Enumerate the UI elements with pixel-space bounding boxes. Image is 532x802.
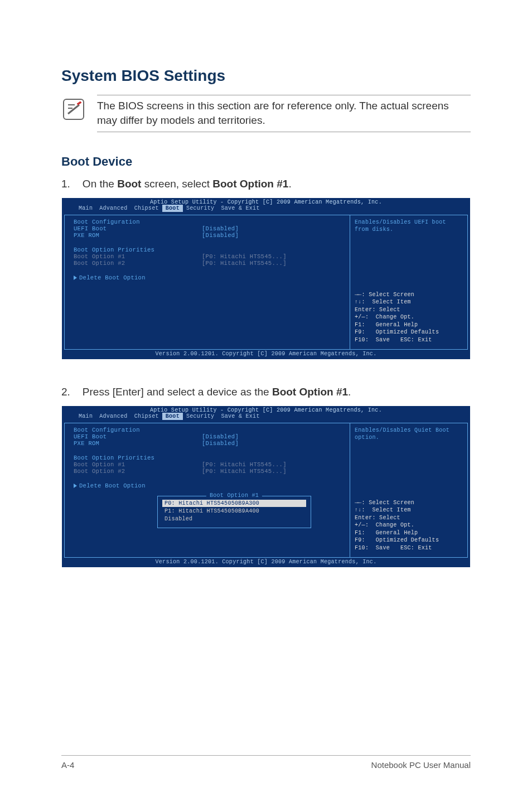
bios-help-text: Enables/Disables UEFI boot from disks. <box>355 219 463 233</box>
boot-opt1-label[interactable]: Boot Option #1 <box>74 253 202 260</box>
triangle-icon <box>74 276 77 280</box>
tab-advanced[interactable]: Advanced <box>96 413 130 420</box>
bios-screenshot-2: Aptio Setup Utility - Copyright [C] 2009… <box>62 406 470 567</box>
bios-help-text: Enables/Disables Quiet Boot option. <box>355 427 463 441</box>
tab-save-exit[interactable]: Save & Exit <box>217 413 263 420</box>
manual-title: Notebook PC User Manual <box>371 760 471 770</box>
pxe-rom-value: [Disabled] <box>202 440 239 447</box>
bios-footer: Version 2.00.1201. Copyright [C] 2009 Am… <box>62 350 470 359</box>
step-text: Press [Enter] and select a device as the… <box>83 386 351 398</box>
step-number: 1. <box>61 178 70 190</box>
bios-screenshot-1: Aptio Setup Utility - Copyright [C] 2009… <box>62 198 470 359</box>
tab-boot[interactable]: Boot <box>162 413 183 420</box>
boot-config-heading: Boot Configuration <box>74 427 202 433</box>
delete-boot-option[interactable]: Delete Boot Option <box>74 482 345 489</box>
delete-boot-option[interactable]: Delete Boot Option <box>74 274 345 281</box>
boot-prio-heading: Boot Option Priorities <box>74 247 202 253</box>
uefi-boot-label[interactable]: UEFI Boot <box>74 225 202 232</box>
boot-opt2-value: [P0: Hitachi HTS545...] <box>202 468 287 475</box>
note-text: The BIOS screens in this section are for… <box>97 95 471 132</box>
tab-chipset[interactable]: Chipset <box>131 413 162 420</box>
page-number: A-4 <box>61 760 74 770</box>
popup-title: Boot Option #1 <box>206 492 262 499</box>
bios-key-help: →←: Select Screen ↑↓: Select Item Enter:… <box>355 291 463 344</box>
boot-option-popup: Boot Option #1 P0: Hitachi HTS545050B9A3… <box>157 496 311 528</box>
bios-footer: Version 2.00.1201. Copyright [C] 2009 Am… <box>62 558 470 567</box>
pxe-rom-label[interactable]: PXE ROM <box>74 440 202 447</box>
bios-key-help: →←: Select Screen ↑↓: Select Item Enter:… <box>355 499 463 552</box>
boot-opt1-value: [P0: Hitachi HTS545...] <box>202 253 287 260</box>
boot-opt1-value: [P0: Hitachi HTS545...] <box>202 461 287 468</box>
tab-save-exit[interactable]: Save & Exit <box>217 205 263 212</box>
step-text: On the Boot screen, select Boot Option #… <box>83 178 292 190</box>
triangle-icon <box>74 484 77 488</box>
uefi-boot-value: [Disabled] <box>202 433 239 440</box>
boot-opt2-label[interactable]: Boot Option #2 <box>74 260 202 267</box>
sub-heading: Boot Device <box>61 154 471 169</box>
note-callout: The BIOS screens in this section are for… <box>61 95 471 132</box>
step-1: 1. On the Boot screen, select Boot Optio… <box>61 178 471 190</box>
boot-opt2-label[interactable]: Boot Option #2 <box>74 468 202 475</box>
uefi-boot-value: [Disabled] <box>202 225 239 232</box>
uefi-boot-label[interactable]: UEFI Boot <box>74 433 202 440</box>
boot-config-heading: Boot Configuration <box>74 219 202 225</box>
page-footer: A-4 Notebook PC User Manual <box>61 755 471 770</box>
tab-main[interactable]: Main <box>75 413 96 420</box>
bios-tab-bar: Main Advanced Chipset Boot Security Save… <box>62 205 470 212</box>
pxe-rom-label[interactable]: PXE ROM <box>74 232 202 239</box>
tab-boot[interactable]: Boot <box>162 205 183 212</box>
boot-opt1-label[interactable]: Boot Option #1 <box>74 461 202 468</box>
note-icon <box>61 97 86 122</box>
step-number: 2. <box>61 386 70 398</box>
tab-chipset[interactable]: Chipset <box>131 205 162 212</box>
popup-item-disabled[interactable]: Disabled <box>162 515 306 523</box>
tab-advanced[interactable]: Advanced <box>96 205 130 212</box>
tab-main[interactable]: Main <box>75 205 96 212</box>
page-heading: System BIOS Settings <box>61 67 471 85</box>
pxe-rom-value: [Disabled] <box>202 232 239 239</box>
boot-opt2-value: [P0: Hitachi HTS545...] <box>202 260 287 267</box>
step-2: 2. Press [Enter] and select a device as … <box>61 386 471 398</box>
svg-line-1 <box>68 105 79 114</box>
bios-tab-bar: Main Advanced Chipset Boot Security Save… <box>62 413 470 420</box>
tab-security[interactable]: Security <box>183 413 217 420</box>
popup-item-p0[interactable]: P0: Hitachi HTS545050B9A300 <box>162 500 306 507</box>
boot-prio-heading: Boot Option Priorities <box>74 455 202 461</box>
popup-item-p1[interactable]: P1: Hitachi HTS545050B9A400 <box>162 508 306 515</box>
tab-security[interactable]: Security <box>183 205 217 212</box>
